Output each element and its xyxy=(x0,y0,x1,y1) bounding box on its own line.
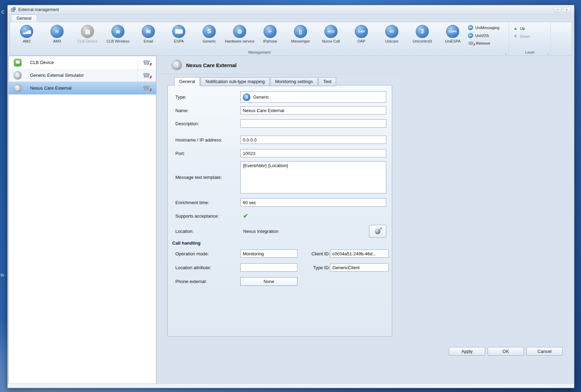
external-management-window: External management □ × General ▂▄▆ AM2 … xyxy=(7,5,574,388)
delete-icon: ☎ ✗ xyxy=(142,60,150,66)
client-id-label: Client ID: xyxy=(302,251,330,256)
close-button[interactable]: × xyxy=(563,7,571,12)
clb-device-icon: ▣ xyxy=(81,25,94,38)
hostname-field[interactable] xyxy=(240,136,386,144)
tab-notification-sub-type-mapping[interactable]: Notification sub-type mapping xyxy=(201,77,269,86)
am3-icon: ≈ xyxy=(50,25,64,38)
remove-icon: ☎ ✗ xyxy=(468,41,474,46)
level-dialog-launcher-icon[interactable]: ⌟ xyxy=(547,51,548,55)
apply-button[interactable]: Apply xyxy=(449,347,485,356)
espa-icon: ⌨ xyxy=(172,25,185,38)
window-title: External management xyxy=(18,7,59,12)
type-id-field[interactable] xyxy=(330,263,389,272)
ribbon-tab-general[interactable]: General xyxy=(11,15,37,22)
phone-external-field[interactable]: None xyxy=(240,277,297,286)
delete-icon: ☎ ✗ xyxy=(142,85,150,91)
location-attribute-field[interactable] xyxy=(240,263,297,272)
oap-icon: OAP xyxy=(355,25,368,38)
remove-button[interactable]: ☎ ✗ Remove xyxy=(468,41,505,46)
ribbon-group-level: ▲ Up ▼ Down Level ⌟ xyxy=(509,22,551,55)
enrichment-time-field[interactable] xyxy=(240,198,386,207)
supports-acceptance-checkbox[interactable]: ✔ xyxy=(243,212,248,220)
univos-icon: UV xyxy=(468,33,473,38)
clb-device-list-icon xyxy=(14,59,21,66)
univos-button[interactable]: UV UniVOS xyxy=(468,33,505,38)
unimessaging-icon: UM xyxy=(468,25,473,30)
name-label: Name: xyxy=(168,108,240,113)
ribbon-group-management: ▂▄▆ AM2 ≈ AM3 ▣ CLB Device ≋ CLB Wireles… xyxy=(10,22,509,55)
enrichment-time-label: Enrichment time: xyxy=(168,200,240,205)
message-template-field[interactable]: {EventAbbr} {Location} xyxy=(240,161,386,193)
delete-external-button[interactable]: ☎ ✗ xyxy=(137,82,155,94)
window-bottom-edge xyxy=(8,383,574,388)
footer-buttons: Apply OK Cancel xyxy=(449,347,563,356)
unicontrol3-icon: 3 xyxy=(416,25,429,38)
list-item-clb-device[interactable]: CLB Device ☎ ✗ xyxy=(9,56,156,69)
description-field[interactable] xyxy=(240,119,386,128)
hostname-label: Hostname / IP address: xyxy=(168,137,240,143)
operation-mode-field[interactable] xyxy=(240,249,297,258)
ribbon-group-level-label: Level xyxy=(509,50,551,54)
page-title: Nexus Care External xyxy=(186,62,237,68)
hardware-service-icon: ⚙ xyxy=(233,25,246,38)
level-down-button[interactable]: ▼ Down xyxy=(513,34,551,39)
management-dialog-launcher-icon[interactable]: ⌟ xyxy=(505,51,507,55)
externals-list: CLB Device ☎ ✗ S Generic External Simula… xyxy=(8,56,156,384)
description-label: Description: xyxy=(168,121,240,126)
phone-external-label: Phone external: xyxy=(168,279,240,284)
name-field[interactable] xyxy=(240,106,386,115)
ipphone-icon: IP xyxy=(264,25,277,38)
list-item-nexus-care-external[interactable]: S Nexus Care External ☎ ✗ xyxy=(9,82,156,94)
generic-list-icon: S xyxy=(13,71,22,80)
operation-mode-label: Operation mode: xyxy=(168,251,240,256)
location-value: Nexus Integration xyxy=(243,229,278,234)
am2-icon: ▂▄▆ xyxy=(20,25,33,38)
client-id-field[interactable] xyxy=(330,249,389,258)
delete-external-button[interactable]: ☎ ✗ xyxy=(137,69,155,82)
tab-monitoring-settings[interactable]: Monitoring settings xyxy=(270,77,318,86)
generic-icon: S xyxy=(203,25,216,38)
location-picker-button[interactable]: ↗ xyxy=(369,225,386,238)
tab-general[interactable]: General xyxy=(174,77,200,86)
titlebar[interactable]: External management □ × xyxy=(8,5,574,15)
call-handling-heading: Call handling xyxy=(172,240,201,246)
up-arrow-icon: ▲ xyxy=(513,26,518,31)
tab-test[interactable]: Test xyxy=(319,77,336,86)
uniespa-icon: ESPA xyxy=(446,25,459,38)
type-field[interactable]: S Generic xyxy=(240,91,386,103)
port-field[interactable] xyxy=(240,149,386,157)
general-form: Type: S Generic Name: Description: Hostn… xyxy=(167,85,392,337)
list-item-generic-external-simulator[interactable]: S Generic External Simulator ☎ ✗ xyxy=(9,69,156,82)
location-label: Location: xyxy=(168,229,240,234)
location-arrow-icon: ↗ xyxy=(379,227,382,231)
header-divider xyxy=(160,74,473,74)
ribbon: ▂▄▆ AM2 ≈ AM3 ▣ CLB Device ≋ CLB Wireles… xyxy=(10,22,572,56)
supports-acceptance-label: Supports acceptance: xyxy=(168,213,240,219)
level-up-button[interactable]: ▲ Up xyxy=(513,26,551,31)
nurse-call-icon: NCO xyxy=(324,25,338,38)
external-type-icon: S xyxy=(172,60,182,70)
generic-type-icon: S xyxy=(243,93,250,101)
messenger-icon: ▯ xyxy=(294,25,307,38)
type-id-label: Type ID: xyxy=(302,265,330,270)
cancel-button[interactable]: Cancel xyxy=(526,347,563,356)
background-window-fragment: to xyxy=(1,273,4,277)
generic-list-icon: S xyxy=(13,84,22,92)
ribbon-tab-strip: General xyxy=(8,15,574,22)
minimize-button[interactable]: □ xyxy=(554,7,561,12)
ok-button[interactable]: OK xyxy=(488,347,524,356)
port-label: Port: xyxy=(168,151,240,156)
message-template-label: Message text template: xyxy=(168,175,240,180)
background-window-fragment: C xyxy=(1,10,4,15)
detail-panel: S Nexus Care External General Notificati… xyxy=(160,56,571,384)
clb-wireless-icon: ≋ xyxy=(111,25,124,38)
unimessaging-button[interactable]: UM UniMessaging xyxy=(468,25,505,30)
app-icon xyxy=(11,7,16,12)
delete-icon: ☎ ✗ xyxy=(142,72,150,79)
email-icon: ✉ xyxy=(142,25,155,38)
detail-tabs: General Notification sub-type mapping Mo… xyxy=(174,77,337,86)
down-arrow-icon: ▼ xyxy=(513,34,518,39)
delete-external-button[interactable]: ☎ ✗ xyxy=(137,56,155,69)
ribbon-group-management-label: Management xyxy=(10,50,509,54)
location-attribute-label: Location attribute: xyxy=(168,265,240,270)
